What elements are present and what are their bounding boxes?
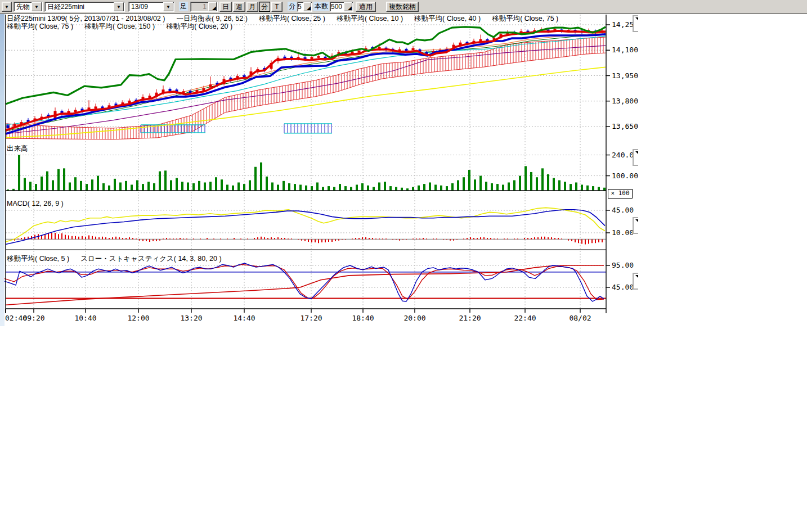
- legend-item-1: 一目均衡表( 9, 26, 52 ): [176, 15, 247, 22]
- stoch-legend-item-1: スロー・ストキャスティクス( 14, 3, 80, 20 ): [80, 255, 222, 263]
- price-pane-scroll-handle[interactable]: [633, 15, 638, 32]
- chart-legend-row-2: 移動平均( Close, 75 )移動平均( Close, 150 )移動平均(…: [7, 23, 244, 30]
- time-axis-label: 21:20: [459, 314, 481, 322]
- macd-pane-scroll-handle[interactable]: [633, 217, 638, 234]
- time-axis-label: 08/02: [569, 314, 591, 322]
- legend-item-3: 移動平均( Close, 10 ): [337, 15, 403, 22]
- legend-item-row2-1: 移動平均( Close, 150 ): [84, 22, 155, 30]
- legend-item-2: 移動平均( Close, 25 ): [259, 15, 325, 22]
- macd-pane-label: MACD( 12, 26, 9 ): [7, 200, 64, 208]
- volume-pane-label: 出来高: [7, 144, 28, 154]
- macd-axis-label: 10.00: [612, 228, 634, 237]
- volume-pane-scroll-handle[interactable]: [633, 149, 638, 166]
- volume-axis-label: 100.00: [612, 172, 638, 180]
- time-axis-label: 10:40: [74, 314, 96, 322]
- stoch-axis-label: 95.00: [612, 261, 634, 269]
- stoch-pane-scroll-handle[interactable]: [633, 273, 638, 290]
- chart-plot-area[interactable]: [0, 0, 642, 329]
- legend-item-5: 移動平均( Close, 75 ): [492, 15, 558, 22]
- time-axis-label: 18:40: [352, 314, 374, 322]
- legend-item-0: 日経225mini 13/09( 5分, 2013/07/31 - 2013/0…: [7, 15, 165, 22]
- time-axis-label: 12:00: [127, 314, 149, 322]
- price-axis-label: 13,800: [612, 97, 638, 105]
- time-axis-label: 14:40: [233, 314, 255, 322]
- price-axis-label: 13,650: [612, 122, 638, 130]
- time-axis-label: 09:20: [23, 314, 44, 322]
- time-axis-label: 17:20: [300, 314, 322, 322]
- price-axis-label: 14,100: [612, 46, 638, 54]
- legend-item-4: 移動平均( Close, 40 ): [414, 15, 481, 22]
- stoch-axis-label: 45.00: [612, 283, 634, 291]
- time-axis-label: 20:00: [404, 314, 425, 322]
- stoch-legend-item-0: 移動平均( Close, 5 ): [7, 255, 69, 263]
- time-axis-label: 13:20: [180, 314, 202, 322]
- legend-item-row2-2: 移動平均( Close, 20 ): [166, 22, 232, 30]
- chart-legend-row-1: 日経225mini 13/09( 5分, 2013/07/31 - 2013/0…: [7, 15, 570, 22]
- time-axis-label: 22:40: [514, 314, 536, 322]
- stoch-pane-label: 移動平均( Close, 5 )スロー・ストキャスティクス( 14, 3, 80…: [7, 255, 233, 263]
- volume-multiplier-badge: × 100: [608, 189, 633, 199]
- price-axis-label: 13,950: [612, 71, 638, 80]
- legend-item-row2-0: 移動平均( Close, 75 ): [7, 22, 73, 30]
- app-window: { "toolbar": { "dropdown_button": "▼", "…: [0, 0, 807, 532]
- macd-axis-label: 45.00: [612, 206, 634, 214]
